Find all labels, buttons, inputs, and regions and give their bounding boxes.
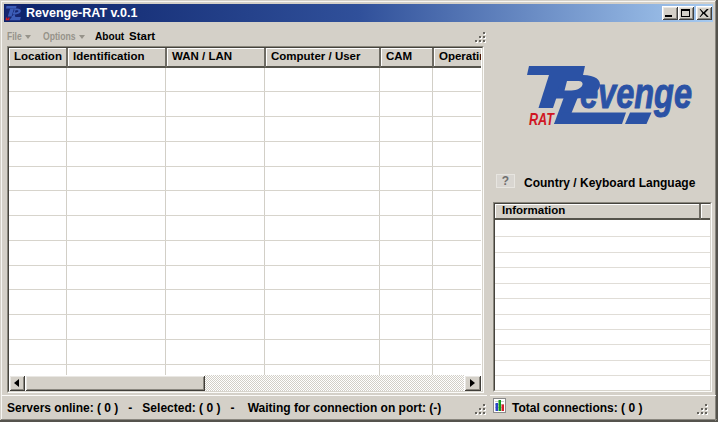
svg-text:RAT: RAT	[529, 110, 555, 129]
svg-text:evenge: evenge	[580, 70, 692, 117]
